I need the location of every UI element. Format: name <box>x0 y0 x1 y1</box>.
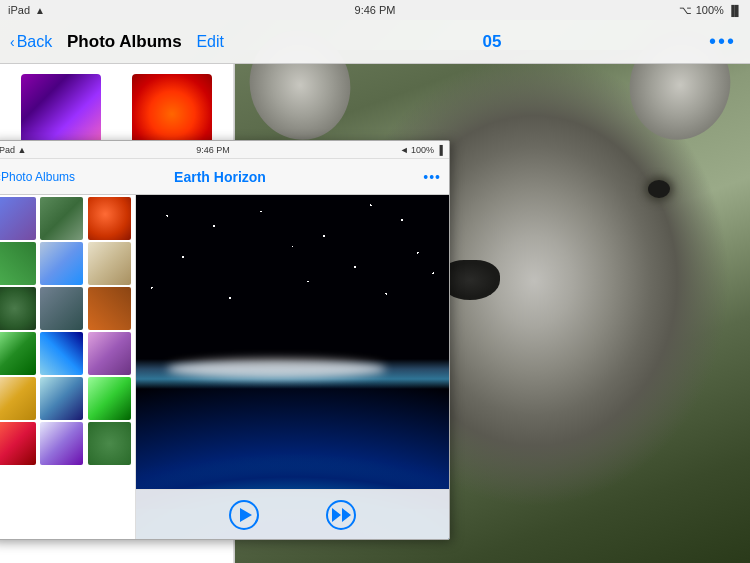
list-item[interactable] <box>0 287 36 330</box>
edit-button[interactable]: Edit <box>196 33 224 51</box>
sub-back-label[interactable]: Photo Albums <box>1 170 75 184</box>
play-triangle-icon <box>240 508 252 522</box>
list-item[interactable] <box>40 287 83 330</box>
sub-device-label: iPad ▲ <box>0 145 26 155</box>
play-button[interactable] <box>229 500 259 530</box>
list-item[interactable] <box>88 242 131 285</box>
sub-main-content <box>136 195 449 539</box>
list-item[interactable] <box>88 332 131 375</box>
sub-content <box>0 195 449 539</box>
more-button[interactable]: ••• <box>709 30 736 53</box>
wifi-icon: ▲ <box>35 5 45 16</box>
battery-label: 100% <box>696 4 724 16</box>
sub-sidebar <box>0 195 136 539</box>
list-item[interactable] <box>0 422 36 465</box>
clouds <box>167 359 386 379</box>
sub-more-button[interactable]: ••• <box>423 169 441 185</box>
back-label[interactable]: Back <box>17 33 53 51</box>
list-item[interactable] <box>40 242 83 285</box>
status-right: ⌥ 100% ▐▌ <box>679 4 742 17</box>
status-time: 9:46 PM <box>355 4 396 16</box>
back-chevron-icon: ‹ <box>10 34 15 50</box>
device-label: iPad <box>8 4 30 16</box>
list-item[interactable] <box>88 197 131 240</box>
nav-bar-right: 05 ••• <box>234 20 750 64</box>
nav-title-right: 05 <box>483 32 502 52</box>
list-item[interactable] <box>40 377 83 420</box>
list-item[interactable] <box>0 377 36 420</box>
koala-right-eye <box>648 180 670 198</box>
sub-battery: ◄ 100% ▐ <box>400 145 443 155</box>
sub-nav-title: Earth Horizon <box>174 169 266 185</box>
nav-bar-albums: ‹ Back Photo Albums Edit <box>0 20 234 64</box>
list-item[interactable] <box>88 422 131 465</box>
list-item[interactable] <box>88 377 131 420</box>
back-button[interactable]: ‹ Back <box>10 33 52 51</box>
sub-nav-bar: ‹ Photo Albums Earth Horizon ••• <box>0 159 449 195</box>
list-item[interactable] <box>40 422 83 465</box>
play-forward-icon <box>330 508 351 522</box>
earth-body <box>136 309 449 509</box>
status-bar: iPad ▲ 9:46 PM ⌥ 100% ▐▌ <box>0 0 750 20</box>
sub-bottom-bar <box>136 489 449 539</box>
sub-thumb-grid <box>0 197 133 465</box>
list-item[interactable] <box>40 197 83 240</box>
list-item[interactable] <box>40 332 83 375</box>
battery-icon: ▐▌ <box>728 5 742 16</box>
list-item[interactable] <box>0 197 36 240</box>
status-left: iPad ▲ <box>8 4 45 16</box>
earth-image <box>136 195 449 539</box>
nav-title: Photo Albums <box>67 32 182 52</box>
list-item[interactable] <box>0 332 36 375</box>
sub-status-bar: iPad ▲ 9:46 PM ◄ 100% ▐ <box>0 141 449 159</box>
sub-window: iPad ▲ 9:46 PM ◄ 100% ▐ ‹ Photo Albums E… <box>0 140 450 540</box>
sub-time: 9:46 PM <box>196 145 230 155</box>
list-item[interactable] <box>88 287 131 330</box>
bluetooth-icon: ⌥ <box>679 4 692 17</box>
sub-back-button[interactable]: ‹ Photo Albums <box>0 170 75 184</box>
play-forward-button[interactable] <box>326 500 356 530</box>
list-item[interactable] <box>0 242 36 285</box>
